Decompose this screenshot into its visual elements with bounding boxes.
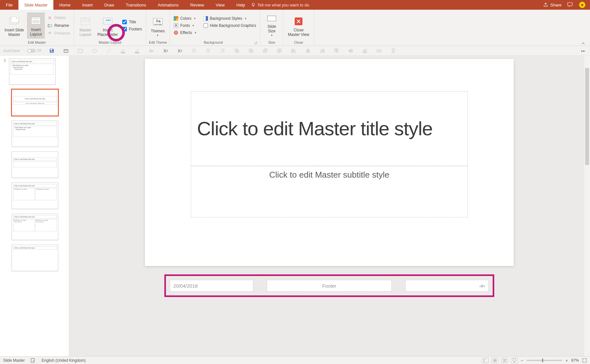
view-reading-button[interactable] <box>501 358 508 363</box>
insert-placeholder-button[interactable]: Insert Placeholder <box>95 13 120 39</box>
fill-color-button[interactable] <box>119 47 126 54</box>
tab-draw[interactable]: Draw <box>98 0 120 10</box>
title-placeholder[interactable]: Click to edit Master title style <box>191 91 468 166</box>
footers-checkbox[interactable]: Footers <box>121 26 143 32</box>
zoom-slider[interactable] <box>527 360 562 361</box>
tab-review[interactable]: Review <box>184 0 210 10</box>
delete-button[interactable]: Delete <box>46 15 71 21</box>
smiley-icon[interactable]: ☻ <box>579 2 585 8</box>
title-checkbox[interactable]: Title <box>121 19 143 25</box>
arrange-button-1[interactable] <box>233 47 240 54</box>
oval-shape-button[interactable] <box>91 47 98 54</box>
subtitle-placeholder[interactable]: Click to edit Master subtitle style <box>191 166 468 217</box>
svg-rect-65 <box>483 359 485 362</box>
thumbnail-layout-1[interactable]: Click to edit Master title style Click t… <box>12 89 58 116</box>
arrange-button-2[interactable] <box>247 47 255 54</box>
svg-rect-59 <box>363 50 365 52</box>
canvas-area[interactable]: Click to edit Master title style Click t… <box>69 56 590 356</box>
tab-help[interactable]: Help <box>231 0 251 10</box>
slide-number-placeholder[interactable]: ‹#› <box>405 280 489 292</box>
line-shape-button[interactable] <box>105 47 112 54</box>
preserve-button[interactable]: Preserve <box>46 30 71 37</box>
align-right-button[interactable] <box>219 47 226 54</box>
svg-rect-49 <box>292 49 294 50</box>
rect-shape-button[interactable] <box>77 47 84 54</box>
tab-view[interactable]: View <box>210 0 231 10</box>
tab-slide-master[interactable]: Slide Master <box>18 0 53 10</box>
effects-dropdown[interactable]: Effects <box>172 30 197 36</box>
thumbnail-panel[interactable]: 1 Click to edit Master title style • Edi… <box>0 56 69 356</box>
close-master-button[interactable]: Close Master View <box>286 13 311 39</box>
align-obj-5[interactable] <box>347 47 354 54</box>
colors-dropdown[interactable]: Colors <box>172 16 197 21</box>
bg-styles-dropdown[interactable]: Background Styles <box>202 16 257 21</box>
vertical-scrollbar[interactable] <box>584 56 590 356</box>
tab-animations[interactable]: Animations <box>152 0 184 10</box>
svg-rect-24 <box>176 16 178 18</box>
themes-button[interactable]: Aa Themes ▾ <box>149 13 167 39</box>
align-left-button[interactable] <box>191 47 198 54</box>
qat-overflow[interactable]: ▸▸ <box>580 47 587 54</box>
fonts-dropdown[interactable]: A Fonts <box>172 23 197 28</box>
distribute-v[interactable] <box>390 47 397 54</box>
zoom-level[interactable]: 87% <box>571 358 579 363</box>
textbox-shape-button[interactable] <box>62 47 70 54</box>
font-color-button[interactable]: A▾ <box>148 47 155 54</box>
fit-to-window-button[interactable] <box>582 358 587 363</box>
feedback-icon[interactable] <box>567 2 573 7</box>
align-center-button[interactable] <box>205 47 212 54</box>
slide-size-button[interactable]: Slide Size ▾ <box>263 13 280 39</box>
outline-color-button[interactable] <box>134 47 141 54</box>
thumbnail-master[interactable]: Click to edit Master title style • Edit … <box>9 58 56 85</box>
align-obj-6[interactable] <box>361 47 368 54</box>
svg-rect-14 <box>109 20 111 21</box>
spellcheck-icon[interactable] <box>31 358 36 363</box>
svg-rect-62 <box>392 50 394 51</box>
footers-checkbox-input[interactable] <box>122 27 127 31</box>
background-dialog-launcher[interactable]: ◿ <box>254 41 257 44</box>
thumbnail-layout-4[interactable]: Click to edit Master title style • Edit … <box>12 182 58 209</box>
thumbnail-layout-5[interactable]: Click to edit Master title style Edit Ma… <box>12 214 58 240</box>
zoom-out-button[interactable]: − <box>521 358 523 363</box>
slide-canvas[interactable]: Click to edit Master title style Click t… <box>145 59 514 266</box>
superscript-button[interactable]: X2 <box>176 47 183 54</box>
view-sorter-button[interactable] <box>492 358 498 363</box>
tab-home[interactable]: Home <box>53 0 76 10</box>
view-normal-button[interactable] <box>482 358 488 363</box>
insert-slide-master-button[interactable]: Insert Slide Master <box>3 13 26 39</box>
svg-point-38 <box>92 49 97 52</box>
status-language[interactable]: English (United Kingdom) <box>42 358 86 363</box>
rename-button[interactable]: Rename <box>46 22 71 29</box>
align-obj-1[interactable] <box>290 47 297 54</box>
tab-transitions[interactable]: Transitions <box>120 0 152 10</box>
svg-point-33 <box>28 49 31 52</box>
hide-bg-input[interactable] <box>203 23 208 28</box>
svg-rect-3 <box>11 17 19 23</box>
share-button[interactable]: Share <box>543 2 562 7</box>
date-placeholder[interactable]: 20/04/2018 <box>170 280 253 292</box>
tab-insert[interactable]: Insert <box>76 0 99 10</box>
title-checkbox-input[interactable] <box>122 20 127 24</box>
insert-layout-button[interactable]: Insert Layout <box>27 13 45 39</box>
thumbnail-layout-3[interactable]: Click to edit Master title style <box>12 151 58 178</box>
distribute-h[interactable] <box>376 47 383 54</box>
footer-placeholder[interactable]: Footer <box>267 280 392 292</box>
view-slideshow-button[interactable] <box>511 358 518 363</box>
hide-bg-checkbox[interactable]: Hide Background Graphics <box>202 23 257 28</box>
save-button[interactable] <box>48 47 55 54</box>
arrange-button-3[interactable] <box>262 47 269 54</box>
align-obj-2[interactable] <box>304 47 311 54</box>
subscript-button[interactable]: X2 <box>162 47 169 54</box>
align-obj-4[interactable] <box>333 47 340 54</box>
autosave-toggle[interactable]: Off <box>27 49 41 53</box>
tell-me-search[interactable]: Tell me what you want to do <box>251 0 309 10</box>
zoom-in-button[interactable]: + <box>565 358 568 363</box>
svg-rect-55 <box>335 50 336 51</box>
thumbnail-layout-6[interactable]: Click to edit Master title style <box>12 245 58 271</box>
arrange-button-4[interactable] <box>276 47 283 54</box>
tab-file[interactable]: File <box>0 0 18 10</box>
thumbnail-layout-2[interactable]: Click to edit Master title style • Edit … <box>12 120 58 147</box>
scrollbar-thumb[interactable] <box>585 68 589 165</box>
align-obj-3[interactable] <box>319 47 326 54</box>
collapse-ribbon-button[interactable] <box>576 10 590 46</box>
